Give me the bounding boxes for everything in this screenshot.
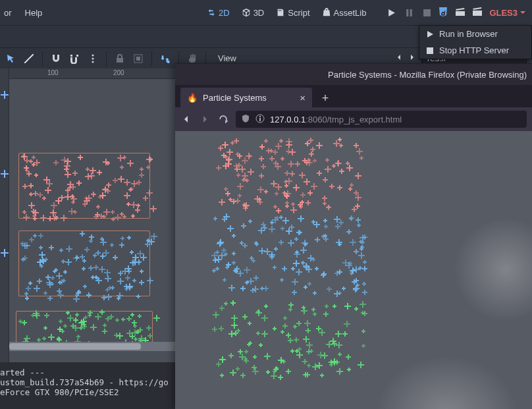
view-3d-label: 3D xyxy=(253,8,265,18)
view-assetlib-button[interactable]: AssetLib xyxy=(317,5,372,20)
ruler-tick: 200 xyxy=(113,69,124,76)
separator xyxy=(151,51,152,66)
script-icon xyxy=(276,8,285,17)
view-2d-button[interactable]: 2D xyxy=(201,5,235,20)
chevron-left-icon xyxy=(395,53,403,61)
output-line: eForce GTX 980/PCIe/SSE2 xyxy=(0,387,119,397)
browser-page[interactable] xyxy=(175,131,532,409)
browser-reload-button[interactable] xyxy=(217,113,229,125)
view-menu[interactable]: View xyxy=(218,53,236,63)
nav-back[interactable] xyxy=(395,53,403,63)
pause-button[interactable] xyxy=(405,9,413,17)
run-label: Run in Browser xyxy=(439,29,498,39)
output-line: arted --- xyxy=(0,368,45,377)
renderer-switch[interactable]: GLES3 xyxy=(489,8,528,18)
separator xyxy=(106,51,107,66)
particles-pink xyxy=(215,138,359,210)
menu-editor[interactable]: or xyxy=(4,5,17,20)
particles-pink xyxy=(20,153,151,219)
svg-rect-8 xyxy=(259,118,261,121)
site-info-icon[interactable] xyxy=(255,114,265,125)
move-tool[interactable] xyxy=(22,52,36,65)
kebab-icon xyxy=(88,53,98,64)
browser-tab[interactable]: 🔥 Particle Systems × xyxy=(180,88,312,107)
shield-icon xyxy=(241,114,250,123)
ruler-vertical xyxy=(0,68,9,409)
svg-rect-1 xyxy=(427,47,433,54)
nav-forward[interactable] xyxy=(408,53,416,63)
bag-icon xyxy=(322,8,331,17)
particles-blue xyxy=(211,213,363,292)
ruler-tick: 100 xyxy=(47,69,59,76)
snap-options[interactable] xyxy=(86,52,99,65)
export-html5-button[interactable] xyxy=(438,7,448,19)
play-scene-button[interactable] xyxy=(455,7,466,19)
stop-server-item[interactable]: Stop HTTP Server xyxy=(419,42,531,59)
particles-green xyxy=(16,310,154,344)
url-path: :8060/tmp_js_export.html xyxy=(306,115,402,124)
svg-rect-0 xyxy=(423,9,431,16)
new-tab-button[interactable]: + xyxy=(316,89,334,107)
lock-icon xyxy=(115,53,125,64)
stop-icon xyxy=(423,9,431,17)
grid-snap-toggle[interactable] xyxy=(68,52,81,65)
bone-icon xyxy=(160,53,171,64)
svg-point-2 xyxy=(92,54,94,56)
view-3d-button[interactable]: 3D xyxy=(236,5,270,20)
group-tool[interactable] xyxy=(132,52,145,65)
cube-icon xyxy=(242,8,251,17)
svg-rect-6 xyxy=(136,57,140,61)
browser-forward-button[interactable] xyxy=(199,113,211,125)
particles-green xyxy=(211,299,363,375)
info-icon xyxy=(255,114,265,123)
run-in-browser-item[interactable]: Run in Browser xyxy=(419,26,531,42)
guide-marker xyxy=(1,170,9,178)
group-icon xyxy=(133,53,144,64)
guide-marker xyxy=(1,249,9,257)
scrollbar-thumb[interactable] xyxy=(9,343,141,350)
arrow-right-icon xyxy=(200,114,210,124)
browser-toolbar: 127.0.0.1:8060/tmp_js_export.html xyxy=(175,107,532,131)
snap-toggle[interactable] xyxy=(49,52,63,65)
play-icon xyxy=(426,30,434,38)
view-script-label: Script xyxy=(288,8,309,18)
cloud-sprite xyxy=(453,217,532,322)
select-tool[interactable] xyxy=(4,52,17,65)
browser-window: Particle Systems - Mozilla Firefox (Priv… xyxy=(175,63,532,409)
url-host: 127.0.0.1 xyxy=(270,115,306,124)
stop-button[interactable] xyxy=(423,9,431,17)
tracking-shield-icon[interactable] xyxy=(241,114,250,125)
cloud-sprite xyxy=(374,355,519,409)
swap-icon xyxy=(207,8,216,17)
svg-rect-9 xyxy=(259,116,261,117)
ruler-icon xyxy=(24,53,34,64)
url-text: 127.0.0.1:8060/tmp_js_export.html xyxy=(270,115,402,124)
view-script-button[interactable]: Script xyxy=(271,5,315,20)
clapper-icon xyxy=(455,7,466,17)
clapper2-icon xyxy=(472,7,483,17)
play-custom-button[interactable] xyxy=(472,7,483,19)
origin-marker xyxy=(1,91,9,99)
reload-icon xyxy=(218,114,228,124)
pause-icon xyxy=(405,9,413,17)
browser-back-button[interactable] xyxy=(180,113,192,125)
bone-tool[interactable] xyxy=(159,52,172,65)
magnet-icon xyxy=(51,53,61,64)
separator xyxy=(42,51,43,66)
chevron-down-icon xyxy=(519,9,527,16)
renderer-label: GLES3 xyxy=(489,8,518,18)
output-line: ustom_build.737a54b69 - https://go xyxy=(0,377,169,387)
menu-help[interactable]: Help xyxy=(20,5,48,20)
hand-icon xyxy=(187,53,198,64)
stop-icon xyxy=(426,47,434,55)
url-bar[interactable]: 127.0.0.1:8060/tmp_js_export.html xyxy=(236,111,527,128)
browser-title: Particle Systems - Mozilla Firefox (Priv… xyxy=(328,70,527,80)
view-2d-label: 2D xyxy=(219,8,230,18)
particles-blue xyxy=(20,231,151,296)
play-button[interactable] xyxy=(387,9,396,17)
html5-icon xyxy=(438,7,448,17)
browser-titlebar[interactable]: Particle Systems - Mozilla Firefox (Priv… xyxy=(175,64,532,85)
play-icon xyxy=(387,9,396,17)
lock-tool[interactable] xyxy=(113,52,126,65)
tab-close-button[interactable]: × xyxy=(300,92,306,103)
